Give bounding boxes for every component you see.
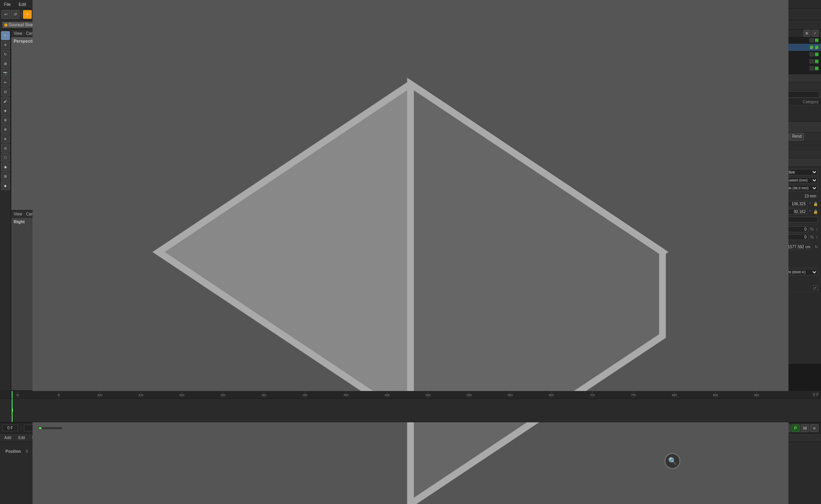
timeline-ruler: 0 5 10 15 20 25 30 35 40 45 50 55 60 65 … [0, 391, 821, 399]
svg-rect-167 [0, 391, 821, 398]
right-panel: File Edit View Objects Tags Bookmarks ⊞ … [684, 30, 821, 391]
timeline-slider[interactable] [39, 427, 62, 429]
timeline-body[interactable] [0, 399, 821, 422]
svg-rect-164 [685, 122, 789, 391]
camera-panel: 🎬 ✏ ⚙ ▶ ◎ ◉ Mode Edit User Data Render V… [685, 122, 821, 391]
ruler-svg: 0 5 10 15 20 25 30 35 40 45 50 55 60 65 … [0, 391, 821, 398]
playhead [12, 391, 13, 398]
ruler-container: 0 5 10 15 20 25 30 35 40 45 50 55 60 65 … [0, 391, 821, 398]
timeline-green-bar [12, 409, 13, 412]
end-frame-label: 0 F [813, 393, 819, 397]
timeline-progress [39, 427, 41, 429]
preview-area: Preview [685, 363, 821, 391]
main-content: ↖ ✛ ↻ ⊞ 📷 ✏ ⊡ 🖌 ◈ ⊗ ⊕ S ◎ ⬡ ◉ ⊞ ◆ View C… [0, 30, 821, 391]
preview-thumbnail [686, 366, 721, 389]
magnifier-button[interactable]: 🔍 [665, 453, 680, 469]
